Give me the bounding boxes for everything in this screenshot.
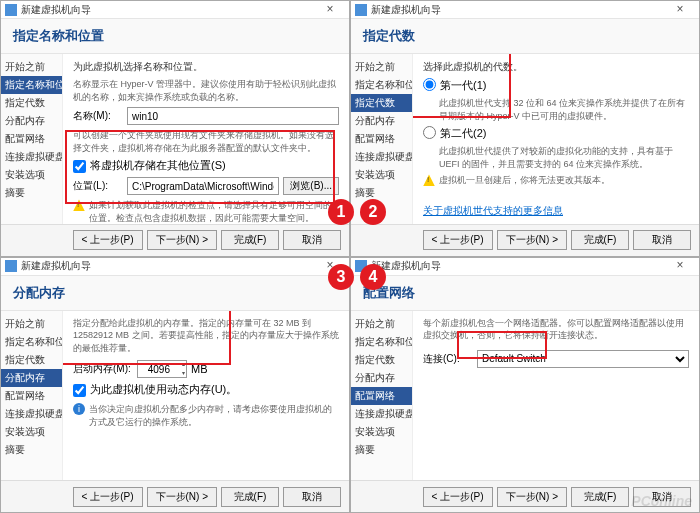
sidebar-item[interactable]: 配置网络 [1,387,62,405]
store-other-label: 将虚拟机存储在其他位置(S) [90,158,226,173]
sidebar-item[interactable]: 连接虚拟硬盘 [1,405,62,423]
sidebar: 开始之前 指定名称和位置 指定代数 分配内存 配置网络 连接虚拟硬盘 安装选项 … [351,54,413,224]
sidebar: 开始之前 指定名称和位置 指定代数 分配内存 配置网络 连接虚拟硬盘 安装选项 … [1,311,63,481]
window-title: 新建虚拟机向导 [21,3,315,17]
window-title: 新建虚拟机向导 [371,259,665,273]
page-heading: 指定名称和位置 [1,19,349,54]
sidebar-item[interactable]: 摘要 [351,441,412,459]
sidebar-item[interactable]: 指定名称和位置 [1,76,62,94]
warning-text: 如果计划获取此虚拟机的检查点，请选择具有足够可用空间的位置。检查点包含虚拟机数据… [89,199,339,223]
sidebar-item[interactable]: 指定代数 [351,94,412,112]
gen1-radio[interactable] [423,78,436,91]
sidebar-item[interactable]: 摘要 [1,184,62,202]
sidebar-item[interactable]: 配置网络 [351,387,412,405]
desc-text: 可以创建一个文件夹或使用现有文件夹来存储虚拟机。如果没有选择文件夹，虚拟机将存储… [73,129,339,154]
sidebar-item[interactable]: 连接虚拟硬盘 [351,405,412,423]
cancel-button[interactable]: 取消 [633,230,691,250]
next-button[interactable]: 下一步(N) > [147,230,218,250]
gen2-desc: 此虚拟机世代提供了对较新的虚拟化功能的支持，具有基于 UEFI 的固件，并且需要… [439,145,689,170]
next-button[interactable]: 下一步(N) > [497,487,568,507]
sidebar-item[interactable]: 安装选项 [1,423,62,441]
sidebar: 开始之前 指定名称和位置 指定代数 分配内存 配置网络 连接虚拟硬盘 安装选项 … [351,311,413,481]
gen1-desc: 此虚拟机世代支持 32 位和 64 位来宾操作系统并提供了在所有早期版本的 Hy… [439,97,689,122]
sidebar-item[interactable]: 分配内存 [351,112,412,130]
titlebar: 新建虚拟机向导 × [351,258,699,276]
wizard-pane-3: 新建虚拟机向导 × 分配内存 开始之前 指定名称和位置 指定代数 分配内存 配置… [0,257,350,514]
sidebar-item[interactable]: 分配内存 [351,369,412,387]
sidebar-item[interactable]: 开始之前 [351,315,412,333]
sidebar-item[interactable]: 指定代数 [1,351,62,369]
close-icon[interactable]: × [315,2,345,18]
finish-button[interactable]: 完成(F) [221,487,279,507]
sidebar-item[interactable]: 摘要 [1,441,62,459]
desc-text: 指定分配给此虚拟机的内存量。指定的内存量可在 32 MB 到 12582912 … [73,317,339,355]
connection-select[interactable]: Default Switch [477,350,689,368]
location-input[interactable] [127,177,279,195]
wizard-pane-4: 新建虚拟机向导 × 配置网络 开始之前 指定名称和位置 指定代数 分配内存 配置… [350,257,700,514]
info-text: 当你决定向虚拟机分配多少内存时，请考虑你要使用虚拟机的方式及它运行的操作系统。 [89,403,339,429]
finish-button[interactable]: 完成(F) [571,230,629,250]
more-info-link[interactable]: 关于虚拟机世代支持的更多信息 [423,205,563,216]
desc-text: 每个新虚拟机包含一个网络适配器。你可以配置网络适配器以使用虚拟交换机，否则，它将… [423,317,689,342]
sidebar-item[interactable]: 摘要 [351,184,412,202]
sidebar-item[interactable]: 安装选项 [351,423,412,441]
prev-button[interactable]: < 上一步(P) [423,487,493,507]
sidebar-item[interactable]: 指定名称和位置 [351,76,412,94]
sidebar-item[interactable]: 指定名称和位置 [351,333,412,351]
browse-button[interactable]: 浏览(B)... [283,177,339,195]
finish-button[interactable]: 完成(F) [571,487,629,507]
location-label: 位置(L): [73,179,123,193]
footer: < 上一步(P) 下一步(N) > 完成(F) 取消 [1,224,349,256]
footer: < 上一步(P) 下一步(N) > 完成(F) 取消 [1,480,349,512]
prev-button[interactable]: < 上一步(P) [73,487,143,507]
desc-text: 名称显示在 Hyper-V 管理器中。建议你使用有助于轻松识别此虚拟机的名称，如… [73,78,339,103]
window-icon [355,4,367,16]
sidebar-item[interactable]: 连接虚拟硬盘 [1,148,62,166]
page-heading: 指定代数 [351,19,699,54]
watermark: PConline [631,493,692,509]
sidebar-item[interactable]: 指定代数 [1,94,62,112]
desc-text: 为此虚拟机选择名称和位置。 [73,60,339,74]
dynamic-memory-checkbox[interactable] [73,384,86,397]
desc-text: 选择此虚拟机的代数。 [423,60,689,74]
window-title: 新建虚拟机向导 [371,3,665,17]
page-heading: 分配内存 [1,276,349,311]
cancel-button[interactable]: 取消 [283,487,341,507]
titlebar: 新建虚拟机向导 × [351,1,699,19]
prev-button[interactable]: < 上一步(P) [423,230,493,250]
sidebar-item[interactable]: 开始之前 [1,315,62,333]
warning-icon [423,174,435,186]
cancel-button[interactable]: 取消 [283,230,341,250]
name-input[interactable] [127,107,339,125]
sidebar-item[interactable]: 指定代数 [351,351,412,369]
info-icon: i [73,403,85,415]
warning-text: 虚拟机一旦创建后，你将无法更改其版本。 [439,174,610,187]
step-badge-2: 2 [360,199,386,225]
sidebar-item[interactable]: 开始之前 [1,58,62,76]
store-other-checkbox[interactable] [73,160,86,173]
close-icon[interactable]: × [665,2,695,18]
titlebar: 新建虚拟机向导 × [1,258,349,276]
sidebar-item[interactable]: 分配内存 [1,112,62,130]
window-icon [5,260,17,272]
close-icon[interactable]: × [665,258,695,274]
next-button[interactable]: 下一步(N) > [497,230,568,250]
sidebar-item[interactable]: 配置网络 [351,130,412,148]
finish-button[interactable]: 完成(F) [221,230,279,250]
sidebar-item[interactable]: 安装选项 [351,166,412,184]
sidebar-item[interactable]: 开始之前 [351,58,412,76]
wizard-pane-2: 新建虚拟机向导 × 指定代数 开始之前 指定名称和位置 指定代数 分配内存 配置… [350,0,700,257]
sidebar-item[interactable]: 连接虚拟硬盘 [351,148,412,166]
step-badge-4: 4 [360,264,386,290]
next-button[interactable]: 下一步(N) > [147,487,218,507]
sidebar-item[interactable]: 指定名称和位置 [1,333,62,351]
prev-button[interactable]: < 上一步(P) [73,230,143,250]
step-badge-1: 1 [328,199,354,225]
window-icon [5,4,17,16]
sidebar-item[interactable]: 安装选项 [1,166,62,184]
sidebar-item[interactable]: 配置网络 [1,130,62,148]
memory-unit: MB [191,363,208,375]
memory-input[interactable] [137,360,187,378]
gen2-radio[interactable] [423,126,436,139]
sidebar-item[interactable]: 分配内存 [1,369,62,387]
